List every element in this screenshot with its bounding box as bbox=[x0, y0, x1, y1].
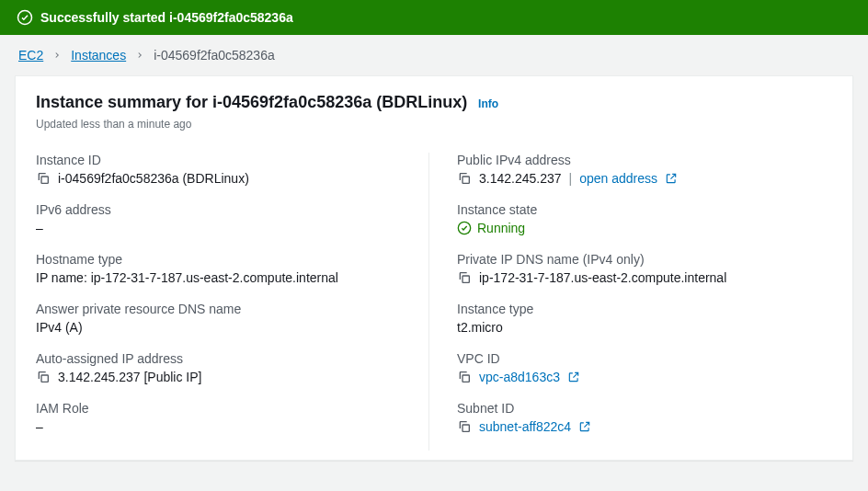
panel-header: Instance summary for i-04569f2fa0c58236a… bbox=[16, 76, 852, 134]
details-left-column: Instance ID i-04569f2fa0c58236a (BDRLinu… bbox=[36, 153, 429, 451]
private-dns-value: ip-172-31-7-187.us-east-2.compute.intern… bbox=[479, 270, 726, 285]
iam-role-label: IAM Role bbox=[36, 401, 410, 416]
instance-state-value: Running bbox=[477, 221, 525, 235]
ipv6-value: – bbox=[36, 221, 43, 235]
auto-ip-label: Auto-assigned IP address bbox=[36, 351, 410, 366]
instance-state-label: Instance state bbox=[457, 202, 832, 217]
public-ipv4-value: 3.142.245.237 bbox=[479, 171, 562, 186]
field-public-ipv4: Public IPv4 address 3.142.245.237 | open… bbox=[457, 153, 832, 186]
field-instance-type: Instance type t2.micro bbox=[457, 302, 832, 335]
field-vpc-id: VPC ID vpc-a8d163c3 bbox=[457, 351, 832, 384]
field-answer-dns: Answer private resource DNS name IPv4 (A… bbox=[36, 302, 410, 335]
breadcrumb-current: i-04569f2fa0c58236a bbox=[154, 48, 275, 63]
field-iam-role: IAM Role – bbox=[36, 401, 410, 434]
info-link[interactable]: Info bbox=[478, 97, 498, 110]
svg-rect-7 bbox=[463, 425, 469, 431]
external-link-icon bbox=[578, 420, 591, 433]
copy-icon[interactable] bbox=[457, 270, 472, 285]
external-link-icon bbox=[665, 172, 678, 185]
svg-rect-5 bbox=[463, 276, 469, 282]
field-private-dns: Private IP DNS name (IPv4 only) ip-172-3… bbox=[457, 252, 832, 285]
instance-id-label: Instance ID bbox=[36, 153, 410, 167]
external-link-icon bbox=[567, 371, 580, 383]
instance-type-label: Instance type bbox=[457, 302, 832, 316]
copy-icon[interactable] bbox=[36, 370, 51, 384]
subnet-id-label: Subnet ID bbox=[457, 401, 832, 416]
field-instance-state: Instance state Running bbox=[457, 202, 832, 235]
copy-icon[interactable] bbox=[457, 171, 472, 186]
iam-role-value: – bbox=[36, 419, 43, 434]
vpc-id-link[interactable]: vpc-a8d163c3 bbox=[479, 370, 560, 384]
field-instance-id: Instance ID i-04569f2fa0c58236a (BDRLinu… bbox=[36, 153, 410, 186]
chevron-right-icon bbox=[135, 48, 144, 63]
answer-dns-label: Answer private resource DNS name bbox=[36, 302, 410, 316]
pipe-separator: | bbox=[569, 171, 573, 186]
vpc-id-label: VPC ID bbox=[457, 351, 832, 366]
copy-icon[interactable] bbox=[457, 370, 472, 384]
svg-rect-6 bbox=[463, 375, 469, 382]
breadcrumb-instances-link[interactable]: Instances bbox=[71, 48, 126, 63]
public-ipv4-label: Public IPv4 address bbox=[457, 153, 832, 167]
chevron-right-icon bbox=[52, 48, 62, 63]
auto-ip-value: 3.142.245.237 [Public IP] bbox=[58, 370, 201, 384]
success-check-icon bbox=[17, 9, 33, 26]
instance-summary-panel: Instance summary for i-04569f2fa0c58236a… bbox=[15, 75, 853, 461]
running-status-icon bbox=[457, 221, 472, 235]
success-banner: Successfully started i-04569f2fa0c58236a bbox=[0, 0, 868, 35]
success-banner-text: Successfully started i-04569f2fa0c58236a bbox=[40, 10, 293, 25]
svg-rect-1 bbox=[41, 177, 48, 183]
field-subnet-id: Subnet ID subnet-aff822c4 bbox=[457, 401, 832, 434]
hostname-type-label: Hostname type bbox=[36, 252, 410, 267]
open-address-link[interactable]: open address bbox=[579, 171, 657, 186]
private-dns-label: Private IP DNS name (IPv4 only) bbox=[457, 252, 832, 267]
instance-type-value: t2.micro bbox=[457, 320, 503, 335]
field-ipv6: IPv6 address – bbox=[36, 202, 410, 235]
copy-icon[interactable] bbox=[36, 171, 51, 186]
page-title: Instance summary for i-04569f2fa0c58236a… bbox=[36, 93, 467, 111]
copy-icon[interactable] bbox=[457, 419, 472, 434]
details-right-column: Public IPv4 address 3.142.245.237 | open… bbox=[439, 153, 832, 451]
breadcrumb: EC2 Instances i-04569f2fa0c58236a bbox=[0, 35, 868, 75]
hostname-type-value: IP name: ip-172-31-7-187.us-east-2.compu… bbox=[36, 270, 338, 285]
updated-subtitle: Updated less than a minute ago bbox=[36, 118, 832, 131]
svg-rect-3 bbox=[463, 177, 469, 183]
instance-id-value: i-04569f2fa0c58236a (BDRLinux) bbox=[58, 171, 249, 186]
breadcrumb-ec2-link[interactable]: EC2 bbox=[18, 48, 43, 63]
answer-dns-value: IPv4 (A) bbox=[36, 320, 83, 335]
subnet-id-link[interactable]: subnet-aff822c4 bbox=[479, 419, 571, 434]
field-auto-ip: Auto-assigned IP address 3.142.245.237 [… bbox=[36, 351, 410, 384]
field-hostname-type: Hostname type IP name: ip-172-31-7-187.u… bbox=[36, 252, 410, 285]
ipv6-label: IPv6 address bbox=[36, 202, 410, 217]
svg-rect-2 bbox=[41, 375, 48, 382]
